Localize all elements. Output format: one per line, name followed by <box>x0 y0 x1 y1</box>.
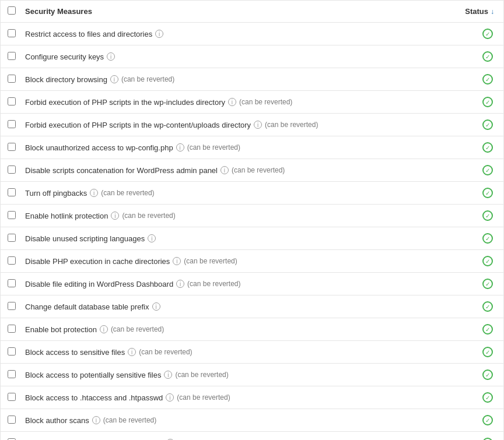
checkbox-input-15[interactable] <box>8 347 16 355</box>
row-checkbox-15[interactable] <box>8 347 19 357</box>
table-row: Change default database table prefixi✓ <box>1 295 503 318</box>
sort-arrow-icon: ↓ <box>491 8 494 16</box>
row-checkbox-6[interactable] <box>8 143 19 153</box>
status-check-icon: ✓ <box>482 97 493 107</box>
info-icon[interactable]: i <box>100 325 108 333</box>
row-checkbox-14[interactable] <box>8 325 19 335</box>
checkbox-input-17[interactable] <box>8 393 16 401</box>
table-row: Block access to potentially sensitive fi… <box>1 364 503 386</box>
info-icon[interactable]: i <box>92 416 100 424</box>
status-check-icon: ✓ <box>482 188 493 198</box>
row-checkbox-12[interactable] <box>8 279 19 289</box>
table-row: Block unauthorized access to wp-config.p… <box>1 136 503 159</box>
status-cell-19: ✓ <box>479 438 496 440</box>
row-checkbox-9[interactable] <box>8 211 19 221</box>
info-icon[interactable]: i <box>107 52 115 61</box>
info-icon[interactable]: i <box>148 234 156 242</box>
row-label-16: Block access to potentially sensitive fi… <box>25 371 479 379</box>
table-row: Change default administrator's usernamei… <box>1 432 503 440</box>
row-label-10: Disable unused scripting languagesi <box>25 234 479 243</box>
select-all-input[interactable] <box>8 6 16 15</box>
row-checkbox-19[interactable] <box>8 438 19 441</box>
status-check-icon: ✓ <box>482 256 493 266</box>
select-all-checkbox[interactable] <box>8 6 19 16</box>
row-checkbox-4[interactable] <box>8 97 19 107</box>
checkbox-input-9[interactable] <box>8 211 16 219</box>
checkbox-input-8[interactable] <box>8 188 16 196</box>
info-icon[interactable]: i <box>228 98 236 106</box>
table-row: Disable PHP execution in cache directori… <box>1 250 503 273</box>
table-row: Turn off pingbacksi(can be reverted)✓ <box>1 182 503 205</box>
info-icon[interactable]: i <box>110 75 118 83</box>
info-icon[interactable]: i <box>90 189 98 197</box>
checkbox-input-5[interactable] <box>8 120 16 128</box>
checkbox-input-4[interactable] <box>8 97 16 105</box>
status-cell-6: ✓ <box>479 142 496 153</box>
checkbox-input-10[interactable] <box>8 234 16 242</box>
status-cell-1: ✓ <box>479 29 496 39</box>
checkbox-input-11[interactable] <box>8 256 16 265</box>
row-checkbox-18[interactable] <box>8 416 19 425</box>
revertable-label: (can be reverted) <box>177 393 230 402</box>
status-cell-4: ✓ <box>479 97 496 107</box>
row-checkbox-8[interactable] <box>8 188 19 198</box>
row-checkbox-7[interactable] <box>8 166 19 175</box>
row-label-5: Forbid execution of PHP scripts in the w… <box>25 121 479 129</box>
info-icon[interactable]: i <box>176 280 184 288</box>
checkbox-input-1[interactable] <box>8 29 16 37</box>
row-label-18: Block author scansi(can be reverted) <box>25 416 479 425</box>
row-label-6: Block unauthorized access to wp-config.p… <box>25 143 479 152</box>
status-cell-14: ✓ <box>479 324 496 335</box>
checkbox-input-12[interactable] <box>8 279 16 287</box>
row-checkbox-5[interactable] <box>8 120 19 130</box>
status-check-icon: ✓ <box>482 438 493 440</box>
status-cell-12: ✓ <box>479 279 496 289</box>
status-check-icon: ✓ <box>482 165 493 175</box>
checkbox-input-3[interactable] <box>8 75 16 83</box>
status-cell-18: ✓ <box>479 415 496 425</box>
info-icon[interactable]: i <box>152 302 160 311</box>
info-icon[interactable]: i <box>220 166 229 174</box>
row-checkbox-3[interactable] <box>8 75 19 85</box>
checkbox-input-13[interactable] <box>8 302 16 310</box>
info-icon[interactable]: i <box>166 393 174 402</box>
row-checkbox-13[interactable] <box>8 302 19 312</box>
table-row: Disable unused scripting languagesi✓ <box>1 227 503 250</box>
info-icon[interactable]: i <box>128 348 136 356</box>
table-body: Restrict access to files and directories… <box>1 23 503 440</box>
row-checkbox-11[interactable] <box>8 256 19 266</box>
info-icon[interactable]: i <box>173 257 181 265</box>
status-check-icon: ✓ <box>482 369 493 380</box>
row-checkbox-10[interactable] <box>8 234 19 244</box>
table-row: Restrict access to files and directories… <box>1 23 503 45</box>
info-icon[interactable]: i <box>164 371 172 379</box>
revertable-label: (can be reverted) <box>239 98 292 106</box>
checkbox-input-18[interactable] <box>8 416 16 424</box>
row-checkbox-1[interactable] <box>8 29 19 39</box>
checkbox-input-6[interactable] <box>8 143 16 151</box>
row-label-11: Disable PHP execution in cache directori… <box>25 257 479 266</box>
checkbox-input-16[interactable] <box>8 370 16 378</box>
row-checkbox-16[interactable] <box>8 370 19 380</box>
checkbox-input-7[interactable] <box>8 166 16 174</box>
row-label-2: Configure security keysi <box>25 52 479 61</box>
status-cell-17: ✓ <box>479 392 496 403</box>
status-cell-3: ✓ <box>479 74 496 85</box>
row-label-17: Block access to .htaccess and .htpasswdi… <box>25 393 479 402</box>
row-checkbox-2[interactable] <box>8 52 19 62</box>
table-row: Configure security keysi✓ <box>1 45 503 68</box>
status-cell-5: ✓ <box>479 119 496 130</box>
info-icon[interactable]: i <box>111 212 119 220</box>
info-icon[interactable]: i <box>155 30 163 38</box>
checkbox-input-14[interactable] <box>8 325 16 333</box>
info-icon[interactable]: i <box>176 143 184 152</box>
row-checkbox-17[interactable] <box>8 393 19 403</box>
revertable-label: (can be reverted) <box>103 416 156 424</box>
checkbox-input-2[interactable] <box>8 52 16 60</box>
status-check-icon: ✓ <box>482 301 493 312</box>
info-icon[interactable]: i <box>254 121 262 129</box>
column-header-status[interactable]: Status ↓ <box>465 7 496 16</box>
checkbox-input-19[interactable] <box>8 438 16 441</box>
table-row: Disable scripts concatenation for WordPr… <box>1 159 503 182</box>
row-label-12: Disable file editing in WordPress Dashbo… <box>25 280 479 288</box>
